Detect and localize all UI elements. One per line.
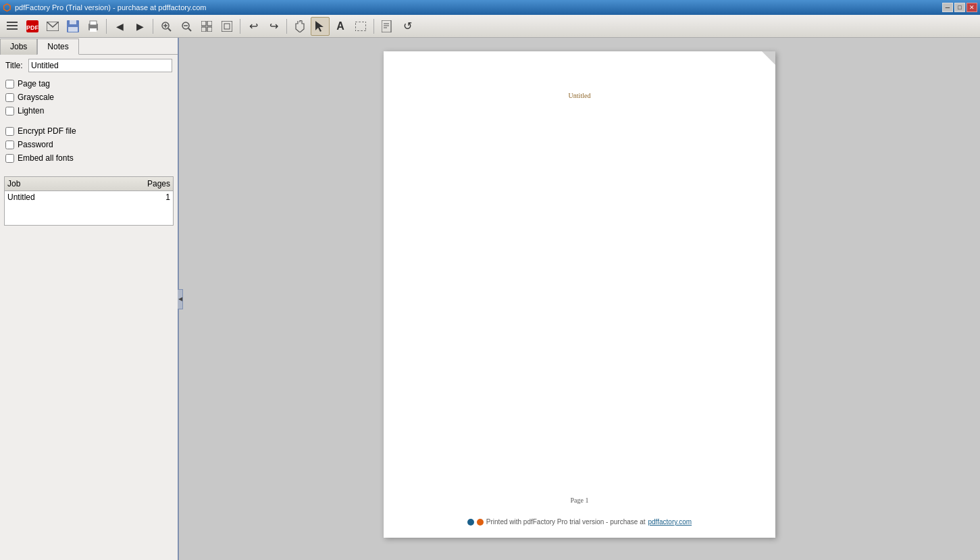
job-table-body: Untitled 1 (5, 191, 173, 225)
footer-dot-blue (467, 519, 474, 526)
pdf-footer: Printed with pdfFactory Pro trial versio… (384, 518, 775, 526)
col-pages-header: Pages (136, 179, 170, 188)
undo-button[interactable]: ↩ (244, 17, 263, 36)
svg-rect-10 (90, 28, 97, 32)
pdf-title: Untitled (411, 92, 748, 99)
job-table: Job Pages Untitled 1 (4, 176, 174, 226)
grayscale-label: Grayscale (18, 93, 54, 102)
title-bar: ⬡ pdfFactory Pro (Trial version) - purch… (0, 0, 980, 15)
sep5 (373, 19, 374, 34)
checkbox-embed-fonts: Embed all fonts (5, 153, 172, 163)
tab-jobs[interactable]: Jobs (0, 39, 37, 55)
svg-rect-11 (90, 21, 97, 25)
sep2 (153, 19, 153, 34)
forward-button[interactable]: ▶ (130, 17, 149, 36)
svg-line-15 (168, 28, 171, 31)
menu-button[interactable] (3, 17, 22, 36)
pan-button[interactable] (290, 17, 309, 36)
tab-notes[interactable]: Notes (37, 39, 78, 55)
minimize-button[interactable]: ─ (942, 3, 953, 12)
embed-fonts-label: Embed all fonts (18, 153, 74, 163)
sep1 (106, 19, 107, 34)
checkbox-page-tag: Page tag (5, 79, 172, 88)
cursor-button[interactable] (311, 17, 330, 36)
redo-button[interactable]: ↪ (264, 17, 283, 36)
svg-rect-0 (7, 22, 18, 23)
svg-rect-21 (201, 27, 206, 32)
pdf-corner (762, 51, 775, 65)
svg-rect-19 (201, 21, 206, 26)
refresh-button[interactable]: ↺ (398, 17, 417, 36)
password-checkbox[interactable] (5, 141, 14, 149)
sep3 (240, 19, 240, 34)
job-pages-cell: 1 (136, 193, 170, 202)
grayscale-checkbox[interactable] (5, 93, 14, 102)
content-area: Untitled Page 1 Printed with pdfFactory … (179, 38, 980, 560)
email-button[interactable] (43, 17, 62, 36)
app-icon: ⬡ (3, 2, 11, 13)
save-button[interactable] (63, 17, 82, 36)
zoom-out-button[interactable] (177, 17, 196, 36)
svg-rect-23 (222, 21, 232, 32)
embed-fonts-checkbox[interactable] (5, 154, 14, 163)
title-row: Title: (5, 59, 172, 72)
table-row[interactable]: Untitled 1 (5, 191, 173, 203)
svg-line-18 (188, 28, 191, 31)
main-layout: Jobs Notes Title: Page tag Grayscale Lig… (0, 38, 980, 560)
svg-rect-24 (224, 24, 230, 29)
checkbox-grayscale: Grayscale (5, 93, 172, 102)
col-job-header: Job (7, 179, 136, 188)
collapse-handle[interactable]: ◀ (178, 289, 183, 309)
encrypt-label: Encrypt PDF file (18, 126, 76, 136)
svg-rect-1 (7, 25, 18, 26)
pdf-page: Untitled Page 1 Printed with pdfFactory … (384, 51, 775, 538)
pdf-logo-button[interactable]: PDF (23, 17, 42, 36)
checkbox-password: Password (5, 140, 172, 149)
footer-text: Printed with pdfFactory Pro trial versio… (486, 518, 646, 526)
close-button[interactable]: ✕ (966, 3, 977, 12)
print-button[interactable] (84, 17, 103, 36)
title-bar-controls: ─ □ ✕ (942, 3, 977, 12)
password-label: Password (18, 140, 53, 149)
title-input[interactable] (28, 59, 172, 72)
svg-marker-25 (315, 21, 324, 32)
footer-dot-orange (477, 519, 484, 526)
toolbar: PDF ◀ ▶ ↩ ↪ A (0, 15, 980, 38)
checkbox-lighten: Lighten (5, 106, 172, 116)
panel-content: Title: Page tag Grayscale Lighten Encryp… (0, 55, 178, 171)
sep4 (286, 19, 287, 34)
svg-text:PDF: PDF (26, 24, 39, 31)
grid-button[interactable] (197, 17, 216, 36)
left-panel: Jobs Notes Title: Page tag Grayscale Lig… (0, 38, 179, 560)
rect-select-button[interactable] (351, 17, 370, 36)
svg-rect-2 (7, 28, 18, 30)
footer-link[interactable]: pdffactory.com (648, 518, 692, 526)
svg-rect-8 (68, 27, 78, 32)
job-name-cell: Untitled (7, 193, 136, 202)
fit-button[interactable] (217, 17, 236, 36)
title-bar-label: pdfFactory Pro (Trial version) - purchas… (15, 3, 206, 11)
svg-rect-20 (207, 21, 212, 26)
lighten-label: Lighten (18, 106, 44, 116)
text-select-button[interactable]: A (331, 17, 350, 36)
svg-rect-26 (355, 22, 366, 31)
tabs: Jobs Notes (0, 38, 178, 55)
title-bar-text: ⬡ pdfFactory Pro (Trial version) - purch… (3, 2, 206, 13)
zoom-in-button[interactable] (157, 17, 176, 36)
title-label: Title: (5, 61, 26, 70)
maximize-button[interactable]: □ (954, 3, 965, 12)
svg-rect-7 (70, 20, 76, 24)
back-button[interactable]: ◀ (110, 17, 129, 36)
pdf-page-number: Page 1 (384, 497, 775, 504)
document-info-button[interactable] (378, 17, 396, 36)
page-tag-label: Page tag (18, 79, 50, 88)
job-table-header: Job Pages (5, 177, 173, 191)
svg-rect-22 (207, 27, 212, 32)
lighten-checkbox[interactable] (5, 107, 14, 116)
svg-rect-27 (382, 20, 391, 32)
page-tag-checkbox[interactable] (5, 80, 14, 88)
checkbox-encrypt: Encrypt PDF file (5, 126, 172, 136)
encrypt-checkbox[interactable] (5, 127, 14, 136)
